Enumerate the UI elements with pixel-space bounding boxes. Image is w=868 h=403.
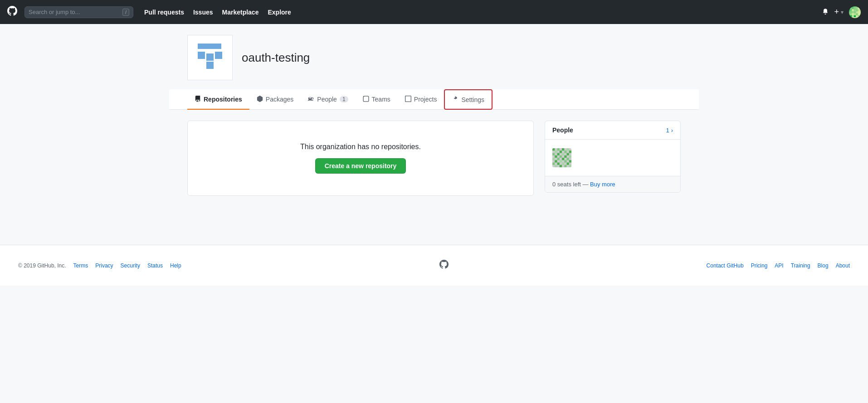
tab-teams[interactable]: Teams (356, 90, 398, 110)
gear-icon (452, 96, 458, 103)
svg-rect-39 (562, 163, 564, 165)
people-card-title: People (552, 126, 573, 134)
nav-pull-requests[interactable]: Pull requests (144, 9, 184, 16)
tab-people[interactable]: People 1 (301, 90, 355, 110)
teams-icon (363, 96, 369, 103)
svg-rect-35 (564, 160, 566, 162)
footer-training[interactable]: Training (791, 262, 810, 269)
avatar[interactable] (849, 6, 861, 18)
svg-rect-28 (569, 155, 571, 158)
org-header: oauth-testing (169, 35, 699, 80)
tab-packages-label: Packages (266, 96, 293, 103)
chevron-right-icon: › (671, 127, 673, 134)
people-card-header: People 1 › (545, 121, 680, 140)
svg-rect-13 (552, 148, 555, 151)
org-avatar-block-tl (198, 52, 205, 59)
footer-privacy[interactable]: Privacy (95, 262, 113, 269)
footer-blog[interactable]: Blog (818, 262, 829, 269)
github-logo-icon[interactable] (7, 6, 17, 19)
footer-help[interactable]: Help (170, 262, 181, 269)
nav-issues[interactable]: Issues (193, 9, 213, 16)
tab-repositories[interactable]: Repositories (187, 90, 249, 110)
tab-teams-label: Teams (372, 96, 390, 103)
svg-rect-21 (552, 153, 555, 155)
tab-people-label: People (317, 96, 337, 103)
svg-rect-1 (854, 7, 856, 9)
org-avatar-block-m (206, 53, 214, 61)
people-card: People 1 › (545, 121, 681, 193)
svg-rect-36 (569, 160, 571, 162)
svg-rect-22 (557, 153, 560, 155)
svg-rect-7 (858, 11, 860, 13)
svg-rect-23 (562, 153, 564, 155)
svg-rect-14 (557, 148, 560, 151)
svg-rect-34 (560, 160, 562, 162)
footer-contact[interactable]: Contact GitHub (707, 262, 744, 269)
svg-rect-31 (562, 158, 564, 160)
navbar-right: + ▾ (822, 6, 861, 18)
seats-text: 0 seats left — (552, 181, 588, 188)
svg-rect-26 (560, 155, 562, 158)
people-count-link[interactable]: 1 › (666, 127, 673, 134)
people-icon (308, 96, 314, 103)
svg-rect-4 (856, 9, 858, 11)
footer-api[interactable]: API (775, 262, 783, 269)
add-button[interactable]: + ▾ (834, 7, 844, 17)
svg-rect-15 (562, 148, 564, 151)
footer-status[interactable]: Status (147, 262, 163, 269)
notifications-icon[interactable] (822, 8, 829, 17)
svg-rect-40 (567, 163, 569, 165)
seats-footer: 0 seats left — Buy more (545, 176, 680, 192)
tab-people-count: 1 (340, 96, 348, 102)
page-body: This organization has no repositories. C… (169, 110, 699, 207)
svg-rect-16 (567, 148, 569, 151)
site-footer: © 2019 GitHub, Inc. Terms Privacy Securi… (0, 245, 868, 286)
footer-left: © 2019 GitHub, Inc. Terms Privacy Securi… (18, 262, 181, 269)
svg-rect-5 (850, 11, 852, 13)
footer-pricing[interactable]: Pricing (751, 262, 768, 269)
tab-projects[interactable]: Projects (398, 90, 444, 110)
tab-settings[interactable]: Settings (444, 89, 493, 110)
svg-rect-24 (567, 153, 569, 155)
org-avatar-block-tr (215, 52, 222, 59)
navbar-links: Pull requests Issues Marketplace Explore (144, 9, 291, 16)
svg-rect-29 (552, 158, 555, 160)
buy-more-link[interactable]: Buy more (590, 181, 615, 188)
svg-rect-44 (569, 165, 571, 167)
kbd-slash: / (122, 9, 129, 16)
svg-rect-3 (852, 9, 853, 11)
org-avatar-block-b (206, 62, 214, 69)
member-avatar[interactable] (552, 148, 571, 167)
svg-rect-10 (850, 15, 852, 17)
tab-packages[interactable]: Packages (249, 90, 301, 110)
footer-terms[interactable]: Terms (73, 262, 88, 269)
footer-right: Contact GitHub Pricing API Training Blog… (707, 262, 850, 269)
nav-marketplace[interactable]: Marketplace (222, 9, 259, 16)
main-container: oauth-testing Repositories Packages (162, 24, 706, 218)
svg-rect-37 (552, 163, 555, 165)
org-avatar-top-bar (198, 44, 221, 49)
repo-icon (195, 96, 201, 103)
search-input[interactable] (29, 9, 120, 15)
footer-github-logo-icon (439, 260, 449, 271)
create-repo-button[interactable]: Create a new repository (315, 158, 406, 174)
dropdown-arrow-icon: ▾ (841, 9, 844, 15)
svg-rect-20 (569, 151, 571, 153)
footer-copyright: © 2019 GitHub, Inc. (18, 262, 66, 269)
svg-rect-27 (564, 155, 566, 158)
svg-rect-6 (854, 11, 856, 13)
empty-repos-message: This organization has no repositories. (202, 143, 519, 151)
search-bar[interactable]: / (24, 6, 133, 18)
svg-rect-9 (856, 13, 858, 15)
svg-rect-42 (560, 165, 562, 167)
svg-rect-25 (555, 155, 557, 158)
svg-rect-0 (850, 7, 852, 9)
svg-rect-30 (557, 158, 560, 160)
footer-about[interactable]: About (836, 262, 850, 269)
svg-rect-18 (560, 151, 562, 153)
projects-icon (405, 96, 411, 103)
svg-rect-41 (555, 165, 557, 167)
footer-security[interactable]: Security (121, 262, 140, 269)
nav-explore[interactable]: Explore (268, 9, 291, 16)
people-count-value: 1 (666, 127, 669, 134)
